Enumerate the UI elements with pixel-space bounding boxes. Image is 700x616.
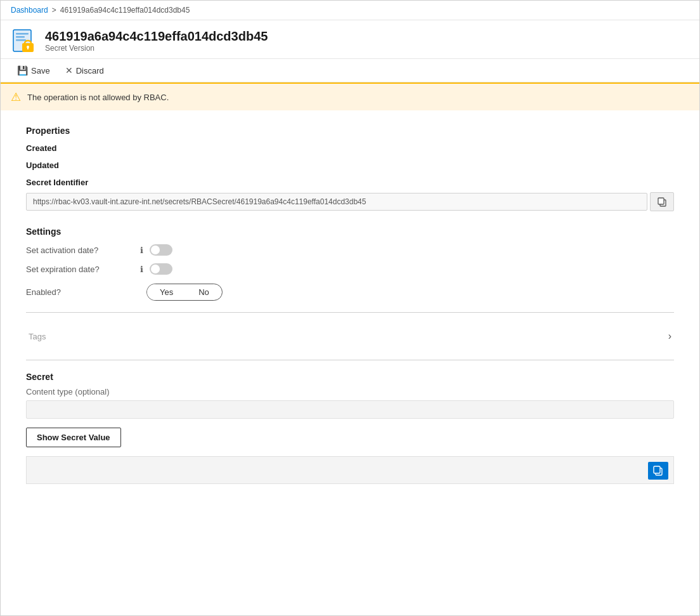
copy-icon [657, 197, 667, 207]
svg-rect-9 [658, 198, 664, 204]
enabled-label: Enabled? [26, 287, 134, 297]
breadcrumb-current: 461919a6a94c4c119effa014dcd3db45 [60, 6, 190, 15]
page-header: 461919a6a94c4c119effa014dcd3db45 Secret … [1, 20, 699, 59]
content-type-input[interactable] [26, 400, 674, 419]
copy-secret-button[interactable] [648, 462, 668, 480]
page-subtitle: Secret Version [45, 44, 268, 53]
copy-secret-icon [652, 465, 664, 476]
alert-banner: ⚠ The operation is not allowed by RBAC. [1, 82, 699, 110]
tags-row[interactable]: Tags › [26, 324, 674, 348]
properties-section: Properties Created Updated Secret Identi… [26, 126, 674, 211]
svg-rect-1 [16, 33, 29, 35]
secret-section-title: Secret [26, 372, 674, 382]
secret-value-area [26, 456, 674, 484]
breadcrumb-dashboard-link[interactable]: Dashboard [11, 6, 48, 15]
warning-icon: ⚠ [11, 90, 21, 104]
svg-rect-3 [16, 39, 26, 41]
save-icon: 💾 [17, 65, 28, 75]
alert-message: The operation is not allowed by RBAC. [27, 93, 169, 102]
identifier-input[interactable] [26, 193, 647, 211]
enabled-yes-button[interactable]: Yes [147, 284, 186, 300]
enabled-no-button[interactable]: No [186, 284, 222, 300]
settings-section: Settings Set activation date? ℹ Set expi… [26, 226, 674, 360]
breadcrumb: Dashboard > 461919a6a94c4c119effa014dcd3… [1, 1, 699, 20]
svg-rect-11 [654, 466, 660, 473]
activation-row: Set activation date? ℹ [26, 244, 674, 256]
updated-label: Updated [26, 161, 674, 170]
activation-info-icon[interactable]: ℹ [140, 246, 143, 255]
activation-label: Set activation date? [26, 246, 134, 255]
content-type-label: Content type (optional) [26, 387, 674, 396]
expiration-label: Set expiration date? [26, 265, 134, 274]
toolbar: 💾 Save ✕ Discard [1, 59, 699, 82]
created-label: Created [26, 143, 674, 153]
svg-rect-7 [27, 47, 29, 49]
tags-label: Tags [29, 332, 46, 341]
identifier-row [26, 192, 674, 211]
enabled-row: Enabled? Yes No [26, 284, 674, 301]
activation-toggle[interactable] [150, 244, 172, 256]
save-button[interactable]: 💾 Save [11, 63, 56, 78]
header-text: 461919a6a94c4c119effa014dcd3db45 Secret … [45, 29, 268, 53]
divider-1 [26, 312, 674, 313]
expiration-toggle[interactable] [150, 263, 172, 275]
identifier-label: Secret Identifier [26, 178, 674, 187]
activation-toggle-knob [151, 246, 160, 254]
tags-chevron-icon: › [668, 331, 671, 342]
page-title: 461919a6a94c4c119effa014dcd3db45 [45, 29, 268, 44]
content-area: Properties Created Updated Secret Identi… [1, 110, 699, 509]
secret-section: Secret Content type (optional) Show Secr… [26, 372, 674, 484]
show-secret-button[interactable]: Show Secret Value [26, 428, 121, 447]
svg-rect-2 [16, 36, 25, 38]
enabled-button-group: Yes No [146, 284, 223, 301]
expiration-info-icon[interactable]: ℹ [140, 265, 143, 274]
discard-button[interactable]: ✕ Discard [59, 63, 110, 78]
expiration-toggle-knob [151, 265, 160, 273]
divider-2 [26, 360, 674, 360]
settings-section-title: Settings [26, 226, 674, 237]
header-icon [11, 28, 36, 53]
properties-section-title: Properties [26, 126, 674, 136]
copy-identifier-button[interactable] [650, 192, 674, 211]
discard-icon: ✕ [65, 65, 73, 75]
breadcrumb-separator: > [52, 6, 56, 15]
expiration-row: Set expiration date? ℹ [26, 263, 674, 275]
